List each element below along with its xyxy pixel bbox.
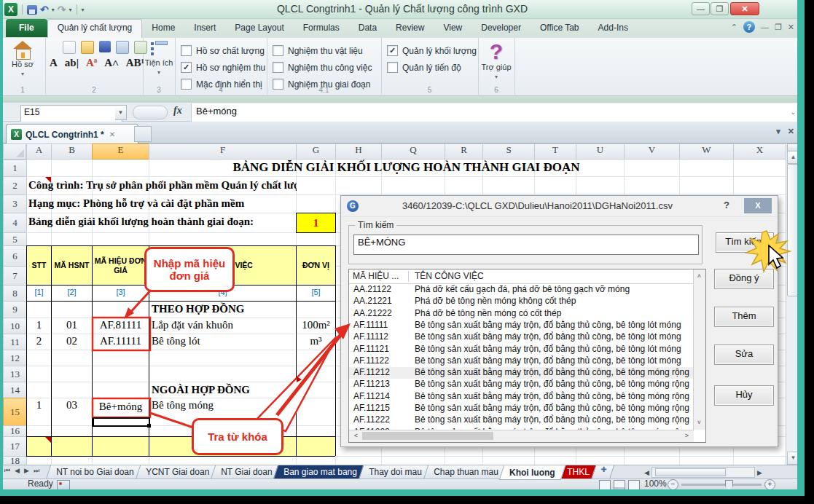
- zoom-out-icon[interactable]: −: [668, 479, 678, 490]
- column-header-F[interactable]: F: [149, 143, 297, 160]
- cell-A17[interactable]: [26, 436, 336, 457]
- workbook-restore-icon[interactable]: ❐: [775, 23, 782, 32]
- checkbox-icon[interactable]: [387, 62, 398, 73]
- search-button[interactable]: Tìm kiếm: [716, 232, 774, 253]
- checkbox-nghiệm-thu-công-việc[interactable]: Nghiệm thu công việc: [273, 59, 372, 76]
- close-button[interactable]: ✕: [730, 2, 759, 15]
- save-icon[interactable]: [27, 5, 37, 15]
- results-list[interactable]: MÃ HIỆU ... TÊN CÔNG VIỆC AA.21122Phá dỡ…: [348, 269, 706, 443]
- trogiup-button[interactable]: ? Trợ giúp▾: [478, 41, 514, 80]
- cell-F11[interactable]: Bê tông lót: [149, 334, 297, 350]
- row-header-3[interactable]: 3: [3, 194, 27, 213]
- list-row-AF.11122[interactable]: AF.11122Bê tông sản xuất bằng máy trộn, …: [349, 355, 705, 367]
- list-row-AF.11212[interactable]: AF.11212Bê tông sản xuất bằng máy trộn, …: [349, 367, 705, 379]
- cell-G11[interactable]: m³: [296, 334, 336, 350]
- checkbox-hồ-sơ-nghiệm-thu[interactable]: ✓Hồ sơ nghiệm thu: [181, 59, 265, 76]
- hscroll-thumb[interactable]: [655, 468, 726, 476]
- sheet-tab-khoi-luong[interactable]: Khoi luong: [499, 465, 566, 480]
- cell-A6[interactable]: STT: [26, 245, 52, 286]
- column-header-S[interactable]: S: [482, 143, 535, 160]
- cell-G6[interactable]: ĐƠN VỊ: [296, 245, 336, 286]
- ribbon-tab-page-layout[interactable]: Page Layout: [225, 19, 293, 37]
- row-header-4[interactable]: 4: [3, 213, 27, 233]
- zoom-in-icon[interactable]: +: [764, 479, 775, 490]
- cell-A11[interactable]: 2: [26, 334, 52, 350]
- cell-G8[interactable]: [5]: [296, 285, 336, 302]
- format-icon-2[interactable]: Aª: [86, 57, 97, 69]
- hoso-button[interactable]: Hồ sơ▾: [0, 41, 45, 77]
- workbook-minimize-icon[interactable]: —: [761, 23, 769, 31]
- column-header-name[interactable]: TÊN CÔNG VIỆC: [415, 271, 484, 281]
- cell-A1[interactable]: BẢNG DIỄN GIẢI KHỐI LƯỢNG HOÀN THÀNH GIA…: [26, 160, 786, 177]
- row-header-1[interactable]: 1: [3, 160, 27, 177]
- column-header-X[interactable]: X: [733, 143, 786, 160]
- maximize-button[interactable]: ❐: [711, 2, 729, 15]
- ribbon-tab-home[interactable]: Home: [142, 19, 184, 37]
- add-button[interactable]: Thêm: [714, 307, 774, 327]
- cell-A8[interactable]: [1]: [26, 285, 52, 302]
- list-row-AA.21122[interactable]: AA.21122Phá dỡ kết cấu gạch đá, phá dỡ b…: [349, 284, 705, 296]
- row-header-18[interactable]: 18: [3, 456, 27, 465]
- row-header-15[interactable]: 15: [3, 398, 27, 426]
- column-header-H[interactable]: H: [335, 143, 382, 160]
- collapse-ribbon-icon[interactable]: ⌃: [731, 23, 737, 32]
- checkbox-icon[interactable]: [273, 45, 283, 56]
- redo-icon[interactable]: ↷: [58, 4, 66, 15]
- undo-dropdown-icon[interactable]: ▾: [52, 7, 55, 13]
- checkbox-icon[interactable]: [181, 45, 192, 56]
- sheet-tab-ban-giao-mat-bang[interactable]: Ban giao mat bang: [273, 465, 367, 479]
- open-folder-icon[interactable]: [81, 41, 94, 54]
- list-hscroll-thumb[interactable]: [362, 432, 493, 440]
- column-header-E[interactable]: E: [92, 143, 149, 160]
- redo-dropdown-icon[interactable]: ▾: [69, 7, 71, 13]
- last-sheet-icon[interactable]: ⏭: [34, 467, 39, 475]
- select-all-corner[interactable]: [3, 143, 26, 160]
- checkbox-icon[interactable]: [273, 62, 283, 73]
- ribbon-tab-review[interactable]: Review: [386, 19, 434, 37]
- row-header-16[interactable]: 16: [3, 425, 27, 437]
- format-icon-4[interactable]: AB¹: [126, 57, 144, 69]
- row-header-2[interactable]: 2: [3, 176, 27, 195]
- search-input[interactable]: BÊ+MÓNG: [353, 235, 699, 255]
- format-icon-1[interactable]: ab|: [65, 57, 79, 69]
- list-row-AF.11215[interactable]: AF.11215Bê tông sản xuất bằng máy trộn, …: [349, 403, 705, 414]
- list-scroll-right-icon[interactable]: >: [681, 430, 692, 441]
- list-row-AF.11111[interactable]: AF.11111Bê tông sản xuất bằng máy trộn, …: [349, 320, 705, 331]
- prev-sheet-icon[interactable]: ◀: [15, 467, 20, 475]
- ribbon-tab-add-ins[interactable]: Add-Ins: [589, 19, 638, 37]
- ribbon-tab-quản-lý-chất-lượng[interactable]: Quản lý chất lượng: [47, 19, 143, 38]
- cell-G4[interactable]: 1: [296, 213, 336, 233]
- list-row-AF.11213[interactable]: AF.11213Bê tông sản xuất bằng máy trộn, …: [349, 379, 705, 390]
- format-icon-3[interactable]: A˄: [104, 57, 118, 69]
- insert-worksheet-icon[interactable]: ✚: [591, 465, 614, 479]
- ribbon-tab-view[interactable]: View: [434, 19, 471, 37]
- column-header-R[interactable]: R: [445, 143, 483, 160]
- minimize-button[interactable]: —: [692, 2, 710, 15]
- cell-E11[interactable]: AF.11111: [92, 334, 149, 350]
- cell-B8[interactable]: [2]: [51, 285, 93, 302]
- row-header-10[interactable]: 10: [3, 318, 27, 334]
- new-document-tab-button[interactable]: [134, 126, 152, 142]
- help-icon[interactable]: ?: [743, 21, 755, 33]
- ribbon-tab-file[interactable]: File: [6, 19, 47, 37]
- list-vertical-scrollbar[interactable]: ˄ ˅: [693, 269, 705, 430]
- next-sheet-icon[interactable]: ▶: [24, 467, 29, 475]
- edit-button[interactable]: Sửa: [714, 344, 774, 365]
- sheet-tab-nt-giai-doan[interactable]: NT Giai doan: [211, 465, 283, 479]
- ribbon-tab-formulas[interactable]: Formulas: [294, 19, 349, 37]
- checkbox-hồ-sơ-chất-lượng[interactable]: Hồ sơ chất lượng: [181, 42, 265, 59]
- list-scroll-down-icon[interactable]: ˅: [694, 417, 705, 428]
- checkbox-icon[interactable]: ✓: [181, 62, 192, 73]
- sheet-tab-thay-doi-mau[interactable]: Thay doi mau: [359, 465, 432, 479]
- normal-view-icon[interactable]: [599, 480, 611, 490]
- document-tab-close-icon[interactable]: ✕: [109, 130, 115, 138]
- column-header-G[interactable]: G: [296, 143, 336, 160]
- list-scroll-up-icon[interactable]: ˄: [694, 271, 705, 282]
- list-row-AA.21222[interactable]: AA.21222Phá dỡ bê tông nền móng có cốt t…: [349, 308, 705, 320]
- list-row-AA.21221[interactable]: AA.21221Phá dỡ bê tông nền móng không cố…: [349, 296, 705, 307]
- column-header-Q[interactable]: Q: [381, 143, 445, 160]
- column-header-W[interactable]: W: [679, 143, 734, 160]
- excel-logo-icon[interactable]: X: [4, 3, 17, 16]
- workbook-close-icon[interactable]: ✕: [788, 23, 794, 32]
- sheet-tab-nt-noi-bo-giai-doan[interactable]: NT noi bo Giai doan: [46, 465, 144, 479]
